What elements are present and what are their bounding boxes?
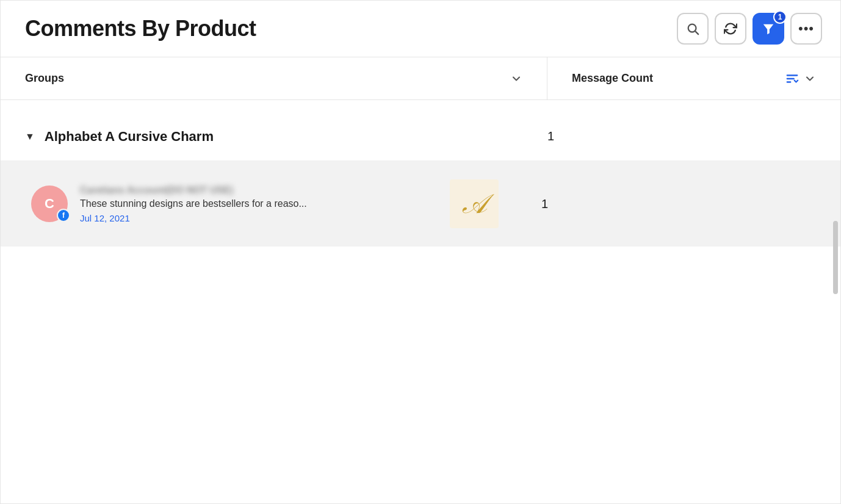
table-row: ▼ Alphabet A Cursive Charm 1 [1, 112, 840, 161]
comment-date: Jul 12, 2021 [80, 213, 438, 223]
filter-badge: 1 [773, 10, 787, 24]
header: Comments By Product 1 [1, 1, 840, 57]
commenter-name: Caretians Account(DO NOT USE) [80, 185, 438, 196]
svg-line-1 [695, 31, 698, 34]
message-count-column-label: Message Count [572, 72, 653, 85]
header-actions: 1 ••• [677, 13, 822, 45]
filter-button[interactable]: 1 [753, 13, 784, 45]
expanded-comment-area: C f Caretians Account(DO NOT USE) These … [1, 161, 840, 247]
sort-controls [785, 72, 816, 85]
more-button[interactable]: ••• [790, 13, 822, 45]
table-header: Groups Message Count [1, 57, 840, 100]
spacer [1, 100, 840, 112]
refresh-button[interactable] [715, 13, 746, 45]
comment-content: Caretians Account(DO NOT USE) These stun… [80, 185, 438, 223]
facebook-icon: f [62, 211, 65, 220]
filter-icon [762, 22, 775, 35]
product-thumbnail: 𝒜 [450, 179, 499, 228]
search-button[interactable] [677, 13, 709, 45]
comment-text: These stunning designs are bestsellers f… [80, 198, 438, 209]
group-left: ▼ Alphabet A Cursive Charm [25, 129, 523, 145]
row-expand-chevron-icon[interactable]: ▼ [25, 131, 35, 142]
message-count-chevron-down-icon[interactable] [804, 73, 816, 85]
refresh-icon [724, 22, 737, 35]
svg-marker-2 [763, 24, 774, 34]
avatar-letter: C [45, 196, 54, 212]
more-icon: ••• [798, 21, 814, 37]
platform-badge: f [57, 209, 70, 222]
groups-column-label: Groups [25, 72, 64, 85]
groups-chevron-down-icon[interactable] [510, 73, 522, 85]
avatar-container: C f [31, 185, 68, 222]
table-body: ▼ Alphabet A Cursive Charm 1 C f Caretia… [1, 100, 840, 503]
col-groups-header: Groups [1, 57, 547, 99]
product-image-icon: 𝒜 [463, 189, 486, 220]
col-message-count-header: Message Count [547, 57, 840, 99]
comment-message-count: 1 [517, 197, 810, 211]
page-title: Comments By Product [25, 16, 256, 41]
group-name: Alphabet A Cursive Charm [45, 129, 214, 145]
page-container: Comments By Product 1 [0, 0, 841, 504]
scrollbar[interactable] [833, 221, 838, 294]
search-icon [686, 22, 699, 35]
group-message-count: 1 [523, 129, 816, 143]
sort-icon[interactable] [785, 72, 799, 85]
